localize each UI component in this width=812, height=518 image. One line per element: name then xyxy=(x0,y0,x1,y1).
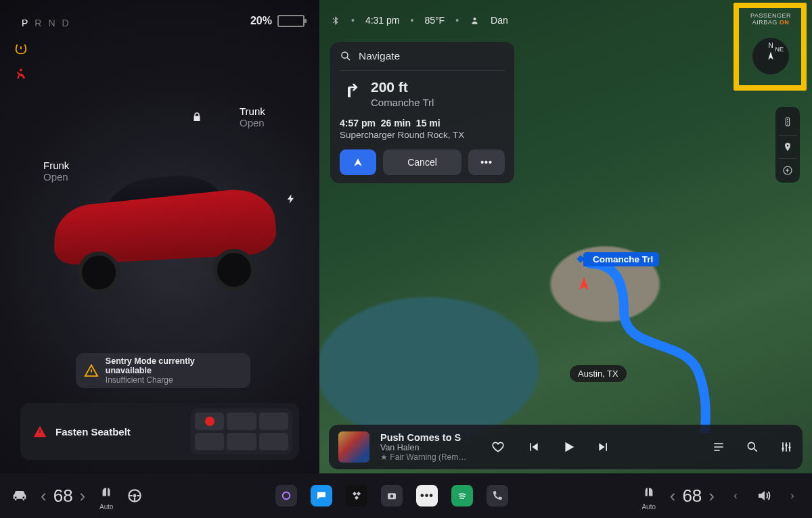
turn-right-icon xyxy=(340,79,361,101)
gear-r: R xyxy=(35,18,48,28)
passenger-seat-heater-button[interactable] xyxy=(639,481,659,502)
next-track-button[interactable] xyxy=(596,440,611,454)
user-icon[interactable] xyxy=(470,16,480,26)
passenger-temp-up[interactable]: › xyxy=(706,483,717,509)
bluetooth-icon[interactable] xyxy=(330,16,340,26)
volume-button[interactable] xyxy=(754,486,774,506)
volume-down-button[interactable]: ‹ xyxy=(725,486,746,506)
battery-icon xyxy=(277,15,304,27)
map-side-rail xyxy=(775,107,800,183)
nav-more-button[interactable]: ••• xyxy=(468,149,505,175)
status-time: 4:31 pm xyxy=(365,15,400,26)
route-overview-icon xyxy=(351,156,365,169)
seat-occupancy-grid[interactable] xyxy=(191,408,292,454)
tire-pressure-warning-icon xyxy=(14,42,28,57)
battery-percent: 20% xyxy=(250,15,272,27)
sentry-line2: Insufficient Charge xyxy=(106,375,242,385)
map-status-bar: • 4:31 pm • 85°F • Dan xyxy=(330,15,508,26)
track-album: Fair Warning (Rem… xyxy=(390,452,466,462)
map-pane[interactable]: Comanche Trl Austin, TX • 4:31 pm • 85°F… xyxy=(319,0,812,473)
svg-point-10 xyxy=(785,444,787,446)
annotation-highlight xyxy=(734,3,807,91)
trunk-button[interactable]: Trunk Open xyxy=(240,105,265,128)
navigate-label: Navigate xyxy=(359,50,400,62)
svg-point-13 xyxy=(133,494,137,498)
navigate-search[interactable]: Navigate xyxy=(340,50,505,62)
status-temp: 85°F xyxy=(424,15,445,26)
driver-temp-control: ‹ 68 › xyxy=(38,483,88,509)
driver-seat-heater-button[interactable] xyxy=(96,481,116,502)
svg-point-2 xyxy=(342,52,348,58)
queue-button[interactable] xyxy=(712,440,725,454)
play-button[interactable] xyxy=(561,440,576,454)
passenger-temp-control: ‹ 68 › xyxy=(667,483,717,509)
svg-point-11 xyxy=(788,446,790,448)
sentry-line1: Sentry Mode currently unavailable xyxy=(106,356,242,375)
volume-up-button[interactable]: › xyxy=(782,486,803,506)
camera-app[interactable] xyxy=(381,485,403,507)
passenger-temp-down[interactable]: ‹ xyxy=(667,483,679,509)
gear-d: D xyxy=(62,18,76,28)
car-controls-button[interactable] xyxy=(9,486,30,506)
bottom-dock: ‹ 68 › Auto ••• Auto ‹ xyxy=(0,473,812,518)
warning-triangle-icon xyxy=(84,363,99,378)
nav-cancel-button[interactable]: Cancel xyxy=(383,149,461,175)
traffic-light-button[interactable] xyxy=(778,112,797,131)
svg-point-9 xyxy=(782,448,784,450)
prnd-indicator: PRND xyxy=(22,18,76,28)
next-turn: 200 ft Comanche Trl xyxy=(340,79,505,108)
lock-icon xyxy=(191,111,203,123)
lock-button[interactable] xyxy=(191,111,203,123)
charge-port-button[interactable] xyxy=(286,193,296,204)
pin-button[interactable] xyxy=(778,135,797,154)
album-art[interactable] xyxy=(338,431,369,463)
seatbelt-warning-icon xyxy=(14,66,28,81)
vehicle-visualization xyxy=(0,81,319,331)
track-artist: Van Halen xyxy=(380,443,466,452)
battery-status[interactable]: 20% xyxy=(250,15,304,27)
svg-point-14 xyxy=(283,492,290,500)
vehicle-pane: PRND 20% Frunk Open xyxy=(0,0,319,473)
dashcam-app[interactable] xyxy=(275,485,297,507)
sentry-warning-card[interactable]: Sentry Mode currently unavailable Insuff… xyxy=(76,353,250,388)
all-apps-button[interactable]: ••• xyxy=(416,485,438,507)
passenger-temp-value[interactable]: 68 xyxy=(682,486,702,507)
steering-heat-button[interactable] xyxy=(125,486,145,506)
svg-point-6 xyxy=(787,123,788,124)
media-search-button[interactable] xyxy=(746,440,759,454)
driver-temp-down[interactable]: ‹ xyxy=(38,483,49,509)
frunk-button[interactable]: Frunk Open xyxy=(43,160,69,183)
track-title: Push Comes to S xyxy=(380,432,466,443)
messages-app[interactable] xyxy=(311,485,332,507)
current-position-marker xyxy=(575,275,593,293)
svg-point-16 xyxy=(390,495,394,498)
equalizer-button[interactable] xyxy=(780,440,793,454)
driver-temp-value[interactable]: 68 xyxy=(53,486,73,507)
fasten-text: Fasten Seatbelt xyxy=(55,426,131,438)
phone-app[interactable] xyxy=(487,485,508,507)
trip-stats: 4:57 pm 26 min 15 mi xyxy=(340,118,441,128)
bolt-icon xyxy=(286,193,296,204)
map-road-label: Comanche Trl xyxy=(583,252,659,266)
route-line xyxy=(577,257,752,433)
navigation-card: Navigate 200 ft Comanche Trl 4:57 pm 26 … xyxy=(330,42,514,183)
svg-point-8 xyxy=(748,442,754,449)
nav-overview-button[interactable] xyxy=(340,149,376,175)
alert-triangle-icon xyxy=(32,424,47,439)
status-user[interactable]: Dan xyxy=(491,15,508,26)
driver-temp-up[interactable]: › xyxy=(77,483,89,509)
favorite-button[interactable] xyxy=(491,440,505,454)
gear-p: P xyxy=(22,18,35,28)
previous-track-button[interactable] xyxy=(526,440,541,454)
svg-point-4 xyxy=(787,119,788,120)
svg-point-0 xyxy=(20,68,22,71)
svg-point-5 xyxy=(787,121,788,122)
tidal-app[interactable] xyxy=(346,485,367,507)
supercharger-button[interactable] xyxy=(778,158,797,177)
media-player: Push Comes to S Van Halen ★ Fair Warning… xyxy=(329,425,803,469)
trip-destination: Supercharger Round Rock, TX xyxy=(340,130,505,140)
gear-n: N xyxy=(48,18,62,28)
seatbelt-strip: Fasten Seatbelt xyxy=(20,403,299,460)
map-city-pill: Austin, TX xyxy=(570,365,627,382)
spotify-app[interactable] xyxy=(451,485,473,507)
